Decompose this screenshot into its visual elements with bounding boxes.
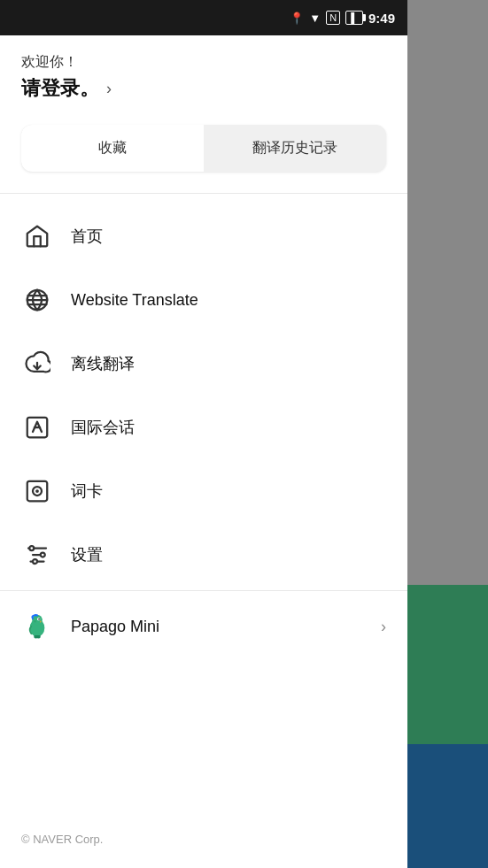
- svg-point-11: [29, 546, 34, 550]
- right-panel: [407, 0, 488, 868]
- drawer-panel: 📍 ▼ N ▌ 9:49 欢迎你！ 请登录。 › 收藏 翻译历史记录: [0, 0, 407, 868]
- status-time: 9:49: [368, 11, 395, 26]
- papago-mini-arrow-icon: ›: [381, 618, 386, 636]
- menu-label-intl: 国际会话: [71, 417, 386, 438]
- menu-item-website-translate[interactable]: Website Translate: [0, 268, 407, 332]
- svg-point-12: [41, 553, 45, 557]
- footer: © NAVER Corp.: [0, 817, 407, 868]
- menu-label-offline: 离线翻译: [71, 353, 386, 374]
- menu-item-intl-conversation[interactable]: 国际会话: [0, 396, 407, 459]
- menu-list: 首页 Website Translate: [0, 197, 407, 817]
- svg-point-7: [35, 489, 39, 493]
- menu-item-papago-mini[interactable]: Papago Mini ›: [0, 595, 407, 658]
- flashcard-icon: [21, 475, 53, 507]
- papago-icon: [21, 611, 53, 642]
- status-bar: 📍 ▼ N ▌ 9:49: [0, 0, 407, 35]
- menu-item-offline-translate[interactable]: 离线翻译: [0, 332, 407, 396]
- location-icon: 📍: [290, 12, 304, 25]
- right-blue-bg: [407, 744, 488, 868]
- menu-label-flashcard: 词卡: [71, 480, 386, 502]
- home-icon: [21, 220, 53, 252]
- welcome-text: 欢迎你！: [21, 53, 386, 72]
- svg-point-18: [34, 620, 36, 623]
- svg-point-13: [33, 559, 37, 564]
- menu-label-settings: 设置: [71, 544, 386, 565]
- svg-point-17: [38, 618, 40, 620]
- wifi-icon: ▼: [309, 12, 321, 25]
- nfc-icon: N: [326, 11, 340, 25]
- menu-item-flashcard[interactable]: 词卡: [0, 459, 407, 523]
- menu-label-home: 首页: [71, 226, 386, 247]
- divider-top: [0, 193, 407, 194]
- letter-a-icon: [21, 411, 53, 443]
- globe-icon: [21, 284, 53, 316]
- divider-mid: [0, 590, 407, 591]
- login-chevron-icon: ›: [106, 80, 112, 98]
- login-text: 请登录。: [21, 75, 99, 102]
- right-green-bg: [407, 585, 488, 744]
- right-top-bg: [407, 0, 488, 585]
- cloud-icon: [21, 348, 53, 380]
- login-row[interactable]: 请登录。 ›: [21, 75, 386, 102]
- battery-icon: ▌: [345, 11, 363, 25]
- menu-label-website-translate: Website Translate: [71, 291, 386, 310]
- tab-favorites[interactable]: 收藏: [21, 125, 204, 172]
- menu-label-papago-mini: Papago Mini: [71, 618, 363, 636]
- menu-item-settings[interactable]: 设置: [0, 523, 407, 587]
- tab-history[interactable]: 翻译历史记录: [204, 125, 386, 172]
- settings-icon: [21, 539, 53, 571]
- footer-copyright: © NAVER Corp.: [21, 833, 103, 846]
- header-area: 欢迎你！ 请登录。 ›: [0, 35, 407, 116]
- menu-item-home[interactable]: 首页: [0, 204, 407, 268]
- tab-container: 收藏 翻译历史记录: [21, 125, 386, 172]
